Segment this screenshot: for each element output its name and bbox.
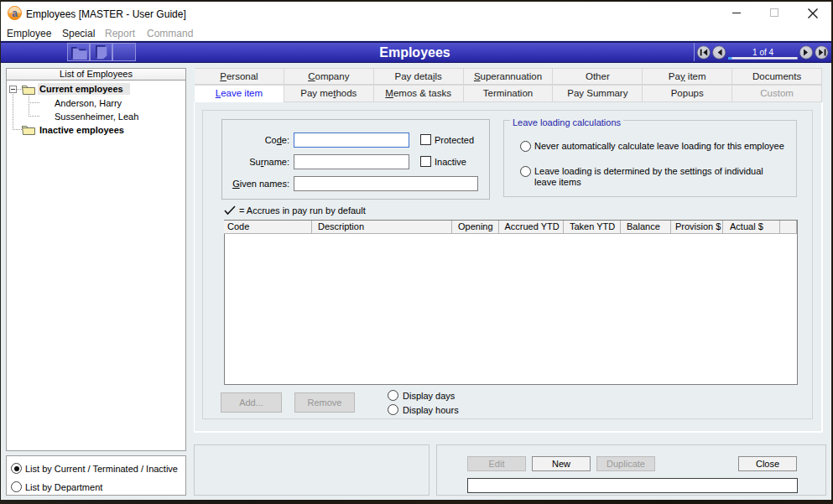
svg-text:a: a: [12, 7, 18, 18]
svg-text:1 of 4: 1 of 4: [752, 48, 773, 57]
